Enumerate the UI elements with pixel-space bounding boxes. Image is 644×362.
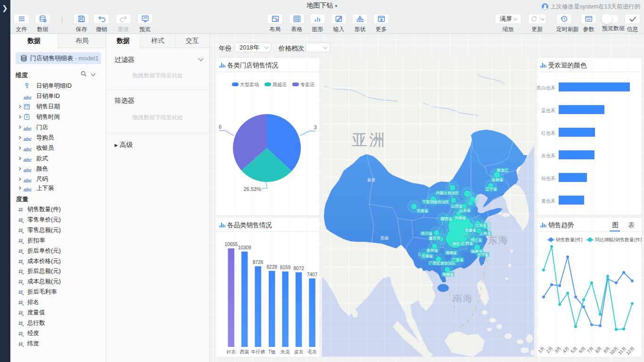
svg-text:1月: 1月 (537, 346, 545, 354)
svg-text:黑龙江: 黑龙江 (497, 168, 508, 173)
svg-text:7407: 7407 (307, 272, 318, 277)
svg-text:广东省: 广东省 (452, 258, 463, 262)
svg-text:衬衣: 衬衣 (226, 349, 236, 354)
svg-text:云南省: 云南省 (421, 254, 433, 258)
svg-text:吉林省: 吉林省 (492, 178, 503, 182)
svg-text:8228: 8228 (267, 264, 278, 270)
svg-text:西装: 西装 (240, 349, 249, 354)
svg-text:辽宁省: 辽宁省 (486, 187, 497, 191)
svg-text:台湾省: 台湾省 (477, 253, 488, 257)
svg-text:8159: 8159 (280, 265, 291, 270)
svg-text:江苏省: 江苏省 (475, 223, 487, 228)
svg-text:毛衣: 毛衣 (307, 349, 317, 354)
svg-text:26.53%: 26.53% (244, 186, 262, 192)
svg-text:8072: 8072 (293, 266, 304, 271)
svg-text:山东省: 山东省 (459, 208, 471, 213)
svg-text:10655: 10655 (224, 242, 238, 247)
svg-text:陕西省: 陕西省 (441, 217, 452, 221)
svg-text:4月: 4月 (561, 346, 570, 354)
svg-text:7月: 7月 (586, 346, 594, 354)
svg-text:西藏: 西藏 (380, 236, 389, 240)
svg-text:东海: 东海 (488, 235, 509, 245)
svg-text:2月: 2月 (545, 346, 553, 354)
svg-text:10月: 10月 (609, 346, 619, 356)
svg-text:3月: 3月 (553, 346, 562, 354)
svg-text:新疆: 新疆 (367, 178, 376, 182)
svg-text:湖南省: 湖南省 (446, 251, 457, 255)
svg-text:甘肃省: 甘肃省 (417, 209, 428, 213)
svg-text:四川省: 四川省 (421, 231, 432, 236)
svg-text:重庆市: 重庆市 (429, 236, 440, 240)
svg-text:内蒙古自治区: 内蒙古自治区 (436, 191, 459, 195)
svg-text:6: 6 (219, 124, 222, 130)
svg-text:11月: 11月 (617, 346, 627, 355)
svg-text:夹克: 夹克 (281, 349, 290, 354)
svg-text:海南省: 海南省 (442, 272, 454, 277)
svg-text:10309: 10309 (238, 245, 251, 250)
svg-text:8月: 8月 (594, 346, 603, 354)
svg-text:南海: 南海 (453, 293, 473, 304)
svg-text:5月: 5月 (570, 346, 578, 354)
svg-text:牛仔裤: 牛仔裤 (251, 349, 265, 354)
svg-text:皮衣: 皮衣 (294, 349, 304, 354)
svg-text:宁夏回族自治区: 宁夏回族自治区 (422, 200, 449, 204)
svg-text:河南省: 河南省 (454, 216, 466, 220)
svg-text:山西省: 山西省 (451, 204, 462, 208)
svg-text:T恤: T恤 (268, 349, 276, 354)
svg-text:8726: 8726 (253, 260, 264, 265)
svg-text:贵州省: 贵州省 (427, 248, 438, 253)
svg-text:江西省: 江西省 (461, 241, 473, 246)
svg-text:亚洲: 亚洲 (352, 131, 387, 148)
svg-text:12月: 12月 (625, 346, 636, 356)
svg-text:6月: 6月 (578, 346, 586, 354)
svg-text:3: 3 (314, 124, 317, 130)
svg-text:x=: x= (586, 18, 591, 21)
svg-text:安徽省: 安徽省 (465, 228, 476, 232)
svg-text:上海市: 上海市 (479, 231, 491, 236)
